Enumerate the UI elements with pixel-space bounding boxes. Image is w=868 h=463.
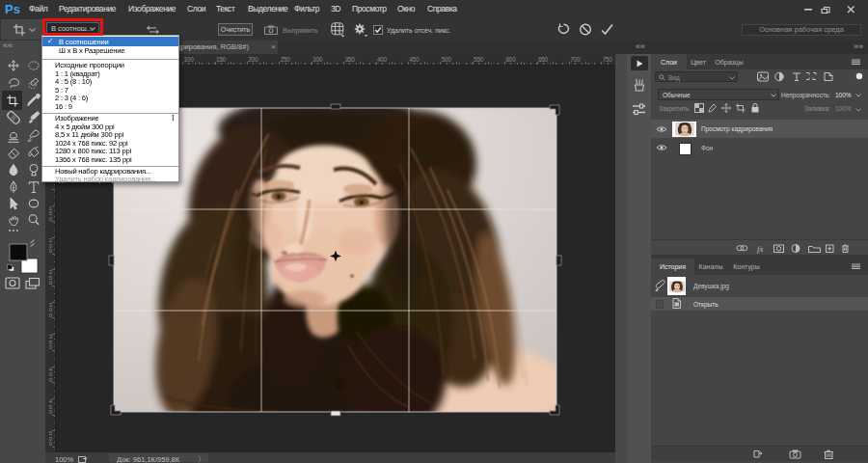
svg-text:fx: fx: [757, 244, 764, 254]
